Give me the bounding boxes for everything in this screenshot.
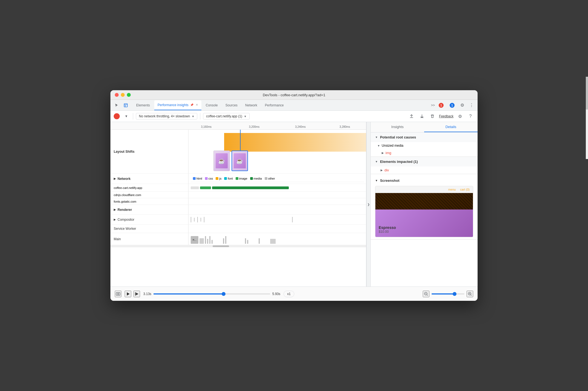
img-link-item[interactable]: ▶ img (371, 149, 478, 157)
tab-bar: Elements Performance insights 📌 ✕ Consol… (110, 100, 478, 111)
url-label: coffee-cart.netlify.app (1) (206, 114, 242, 118)
main-content-area: R... (189, 233, 366, 245)
service-worker-content (189, 225, 366, 233)
bar-spacer (191, 186, 199, 189)
potential-root-causes-header[interactable]: ▼ Potential root causes (371, 132, 478, 142)
html-label: html (196, 177, 202, 180)
horizontal-scrollbar[interactable] (110, 245, 366, 247)
feedback-link[interactable]: Feedback (439, 114, 453, 118)
tab-performance[interactable]: Performance (262, 100, 287, 110)
thumbnail-2[interactable]: ☕ (232, 151, 248, 171)
screenshot-section: ▼ Screenshot menu cart (0) Es (371, 174, 478, 240)
zoom-out-button[interactable] (423, 291, 429, 297)
main-block-r: R... (191, 236, 198, 244)
tick-2: 3,200ms (249, 125, 259, 128)
network-track-label: ▶ Network (110, 174, 189, 184)
timeline-tracks[interactable]: Layout Shifts ☕ (110, 130, 366, 287)
time-start: 3.13s (143, 292, 151, 296)
screenshot-header[interactable]: ▼ Screenshot (375, 176, 473, 185)
tab-performance-insights[interactable]: Performance insights 📌 ✕ (154, 100, 201, 110)
settings-tab-icon[interactable]: ⚙ (458, 101, 466, 109)
elements-impacted-header[interactable]: ▼ Elements impacted (1) (371, 157, 478, 166)
elements-impacted-section: ▼ Elements impacted (1) ▶ div (371, 157, 478, 174)
close-button[interactable] (115, 93, 119, 97)
cup-icon-1: ☕ (218, 158, 225, 164)
dropdown1-arrow: ▼ (192, 115, 194, 118)
network-legend-area: html css js (189, 174, 366, 184)
range-thumb[interactable] (222, 292, 226, 296)
unsized-media-item[interactable]: ▼ Unsized media (371, 142, 478, 149)
network-label-1: coffee-cart.netlify.app (110, 184, 189, 191)
tab-sources[interactable]: Sources (222, 100, 241, 110)
div-link-item[interactable]: ▶ div (371, 166, 478, 174)
svg-point-4 (118, 293, 119, 294)
svg-marker-7 (136, 293, 138, 295)
nav-cart: cart (0) (460, 188, 470, 191)
download-icon[interactable] (418, 112, 426, 120)
window-title: DevTools - coffee-cart.netlify.app/?ad=1 (263, 93, 325, 97)
right-content[interactable]: ▼ Potential root causes ▼ Unsized media … (371, 132, 478, 287)
network-row-2: cdnjs.cloudflare.com (110, 192, 366, 198)
zoom-in-button[interactable] (467, 291, 473, 297)
screenshot-expand-arrow: ▼ (375, 179, 378, 182)
tab-network[interactable]: Network (242, 100, 261, 110)
main-block-10 (247, 240, 248, 244)
message-badge-btn[interactable]: 1 (447, 102, 457, 108)
network-throttling-dropdown[interactable]: No network throttling, 4× slowdown ▼ (136, 113, 197, 120)
tab-elements[interactable]: Elements (133, 100, 153, 110)
panel-divider[interactable]: ❯ (366, 122, 371, 287)
timeline-slider[interactable] (153, 293, 270, 294)
upload-icon[interactable] (408, 112, 415, 120)
tab-sources-label: Sources (226, 103, 238, 107)
close-tab-icon[interactable]: ✕ (196, 103, 198, 107)
screenshot-mode-icon[interactable] (115, 291, 121, 297)
title-bar: DevTools - coffee-cart.netlify.app/?ad=1 (110, 90, 478, 100)
zoom-thumb[interactable] (453, 292, 456, 296)
network-throttling-label: No network throttling, 4× slowdown (139, 114, 190, 118)
settings-icon[interactable]: ⚙ (456, 112, 464, 120)
more-options-icon[interactable]: ⋮ (468, 101, 475, 109)
tick-1: 3,160ms (201, 125, 212, 128)
other-dot (265, 177, 267, 180)
delete-icon[interactable] (429, 112, 436, 120)
inspect-icon[interactable] (122, 101, 130, 109)
message-count: 1 (450, 103, 455, 108)
maximize-button[interactable] (127, 93, 131, 97)
url-dropdown[interactable]: coffee-cart.netlify.app (1) ▼ (203, 113, 250, 120)
main-block-4 (207, 239, 208, 244)
error-badge-btn[interactable]: 1 (436, 102, 446, 108)
toolbar: ▼ No network throttling, 4× slowdown ▼ c… (110, 111, 478, 122)
play-button[interactable] (125, 291, 131, 297)
main-block-5 (209, 236, 210, 244)
other-label: other (268, 177, 275, 180)
legend-image: image (236, 177, 247, 180)
prc-expand-arrow: ▼ (375, 136, 378, 139)
minimize-button[interactable] (121, 93, 125, 97)
skip-to-start-button[interactable] (133, 291, 140, 297)
compositor-track: ▶ Compositor (110, 215, 366, 225)
cursor-icon[interactable] (113, 101, 120, 109)
thumbnail-1[interactable]: ☕ (213, 151, 230, 171)
tab-performance-label: Performance insights (158, 103, 189, 107)
tab-console[interactable]: Console (202, 100, 221, 110)
layout-shifts-content[interactable]: ☕ ☕ (189, 130, 366, 173)
help-icon[interactable]: ? (467, 112, 474, 120)
pin-icon: 📌 (190, 103, 193, 106)
tab-insights[interactable]: Insights (371, 122, 424, 132)
js-label: js (219, 177, 221, 180)
record-button[interactable] (114, 113, 120, 119)
network-legend: html css js (191, 175, 364, 182)
div-link[interactable]: div (384, 168, 389, 172)
tab-details[interactable]: Details (424, 122, 478, 132)
zoom-control (423, 291, 473, 297)
legend-other: other (265, 177, 275, 180)
font-dot (224, 177, 227, 180)
compositor-bar-5 (204, 217, 204, 222)
zoom-slider[interactable] (432, 293, 464, 294)
dropdown-arrow-btn[interactable]: ▼ (122, 112, 130, 120)
tab-elements-label: Elements (136, 103, 150, 107)
error-count: 1 (439, 103, 444, 108)
img-link[interactable]: img (386, 151, 391, 155)
speed-control[interactable]: x1 (284, 291, 294, 297)
more-tabs-icon[interactable]: >> (431, 103, 435, 107)
